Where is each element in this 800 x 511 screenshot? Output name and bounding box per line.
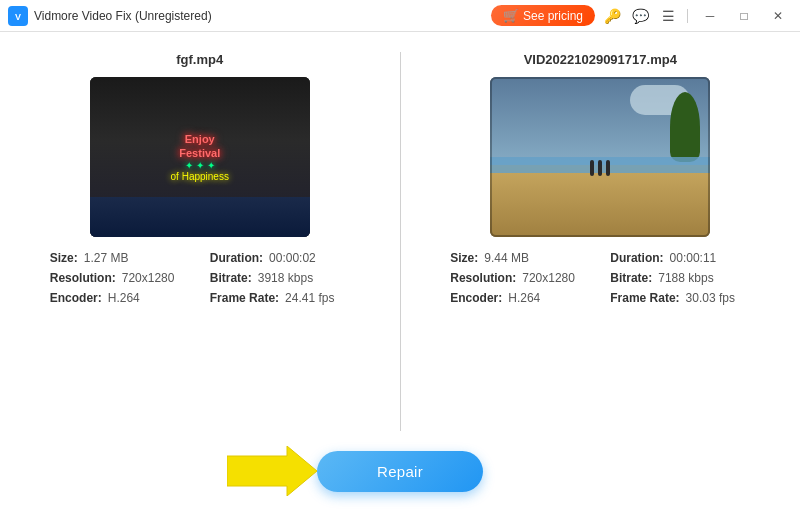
left-encoder-value: H.264 [108, 291, 140, 305]
pricing-label: See pricing [523, 9, 583, 23]
svg-text:V: V [15, 12, 21, 22]
right-bitrate-value: 7188 kbps [658, 271, 713, 285]
left-content: EnjoyFestival ✦ ✦ ✦ of Happiness [90, 77, 310, 237]
left-bitrate-value: 3918 kbps [258, 271, 313, 285]
left-size-label: Size: [50, 251, 78, 265]
left-info-row-3: Encoder: H.264 Frame Rate: 24.41 fps [50, 291, 350, 305]
right-info-row-1: Size: 9.44 MB Duration: 00:00:11 [450, 251, 750, 265]
main-content: fgf.mp4 EnjoyFestival ✦ ✦ ✦ of Happiness… [0, 32, 800, 511]
right-thumbnail [490, 77, 710, 237]
right-framerate-label: Frame Rate: [610, 291, 679, 305]
right-resolution-value: 720x1280 [522, 271, 575, 285]
right-bitrate-label: Bitrate: [610, 271, 652, 285]
left-filename: fgf.mp4 [176, 52, 223, 67]
arrow-container: Repair [317, 451, 483, 492]
left-resolution-pair: Resolution: 720x1280 [50, 271, 190, 285]
app-logo: V [8, 6, 28, 26]
chat-button[interactable]: 💬 [629, 5, 651, 27]
key-button[interactable]: 🔑 [601, 5, 623, 27]
arrow-icon [227, 446, 317, 496]
left-duration-label: Duration: [210, 251, 263, 265]
separator [687, 9, 688, 23]
right-framerate-value: 30.03 fps [686, 291, 735, 305]
right-encoder-pair: Encoder: H.264 [450, 291, 590, 305]
right-size-label: Size: [450, 251, 478, 265]
left-duration-pair: Duration: 00:00:02 [210, 251, 350, 265]
right-encoder-label: Encoder: [450, 291, 502, 305]
left-bitrate-pair: Bitrate: 3918 kbps [210, 271, 350, 285]
left-info: Size: 1.27 MB Duration: 00:00:02 Resolut… [50, 251, 350, 311]
svg-marker-2 [227, 446, 317, 496]
maximize-button[interactable]: □ [730, 2, 758, 30]
left-info-row-1: Size: 1.27 MB Duration: 00:00:02 [50, 251, 350, 265]
right-framerate-pair: Frame Rate: 30.03 fps [610, 291, 750, 305]
app-title: Vidmore Video Fix (Unregistered) [34, 9, 491, 23]
left-thumbnail: EnjoyFestival ✦ ✦ ✦ of Happiness [90, 77, 310, 237]
left-info-row-2: Resolution: 720x1280 Bitrate: 3918 kbps [50, 271, 350, 285]
menu-button[interactable]: ☰ [657, 5, 679, 27]
right-duration-value: 00:00:11 [670, 251, 717, 265]
titlebar-actions: 🛒 See pricing 🔑 💬 ☰ ─ □ ✕ [491, 2, 792, 30]
right-encoder-value: H.264 [508, 291, 540, 305]
left-resolution-label: Resolution: [50, 271, 116, 285]
right-filename: VID20221029091717.mp4 [524, 52, 677, 67]
close-button[interactable]: ✕ [764, 2, 792, 30]
right-border [490, 77, 710, 237]
minimize-button[interactable]: ─ [696, 2, 724, 30]
left-resolution-value: 720x1280 [122, 271, 175, 285]
left-bitrate-label: Bitrate: [210, 271, 252, 285]
left-framerate-label: Frame Rate: [210, 291, 279, 305]
right-duration-label: Duration: [610, 251, 663, 265]
titlebar: V Vidmore Video Fix (Unregistered) 🛒 See… [0, 0, 800, 32]
left-duration-value: 00:00:02 [269, 251, 316, 265]
left-encoder-label: Encoder: [50, 291, 102, 305]
cart-icon: 🛒 [503, 8, 519, 23]
neon-text-2: ✦ ✦ ✦ [185, 160, 215, 171]
right-bitrate-pair: Bitrate: 7188 kbps [610, 271, 750, 285]
right-info-row-2: Resolution: 720x1280 Bitrate: 7188 kbps [450, 271, 750, 285]
neon-text-3: of Happiness [171, 171, 229, 182]
right-resolution-label: Resolution: [450, 271, 516, 285]
right-size-pair: Size: 9.44 MB [450, 251, 590, 265]
left-framerate-value: 24.41 fps [285, 291, 334, 305]
left-encoder-pair: Encoder: H.264 [50, 291, 190, 305]
left-size-pair: Size: 1.27 MB [50, 251, 190, 265]
right-resolution-pair: Resolution: 720x1280 [450, 271, 590, 285]
neon-text-1: EnjoyFestival [179, 132, 220, 161]
right-info: Size: 9.44 MB Duration: 00:00:11 Resolut… [450, 251, 750, 311]
repair-button[interactable]: Repair [317, 451, 483, 492]
left-framerate-pair: Frame Rate: 24.41 fps [210, 291, 350, 305]
right-size-value: 9.44 MB [484, 251, 529, 265]
pricing-button[interactable]: 🛒 See pricing [491, 5, 595, 26]
right-duration-pair: Duration: 00:00:11 [610, 251, 750, 265]
bottom-bar: Repair [0, 431, 800, 511]
right-info-row-3: Encoder: H.264 Frame Rate: 30.03 fps [450, 291, 750, 305]
left-size-value: 1.27 MB [84, 251, 129, 265]
